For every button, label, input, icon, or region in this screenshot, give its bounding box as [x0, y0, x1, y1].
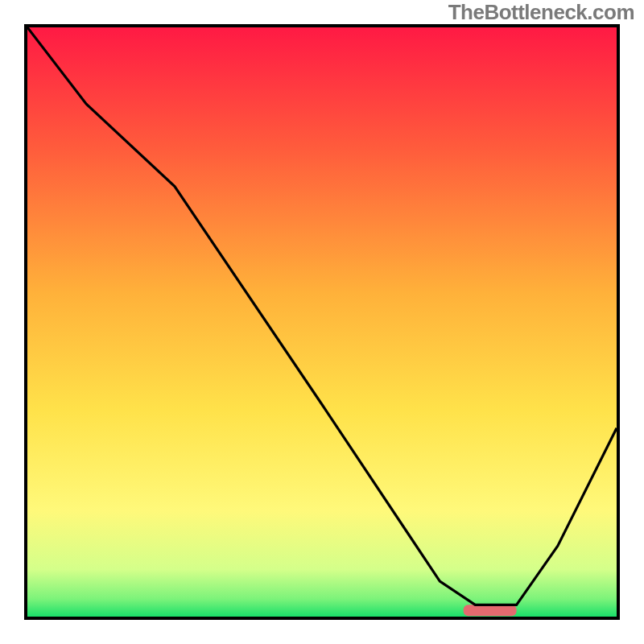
- watermark-text: TheBottleneck.com: [448, 0, 634, 25]
- plot-area: [24, 24, 620, 620]
- optimal-marker: [464, 605, 517, 616]
- svg-rect-0: [464, 605, 517, 616]
- gradient-background: [27, 27, 617, 617]
- chart-frame: TheBottleneck.com: [0, 0, 644, 644]
- chart-svg: [27, 27, 617, 617]
